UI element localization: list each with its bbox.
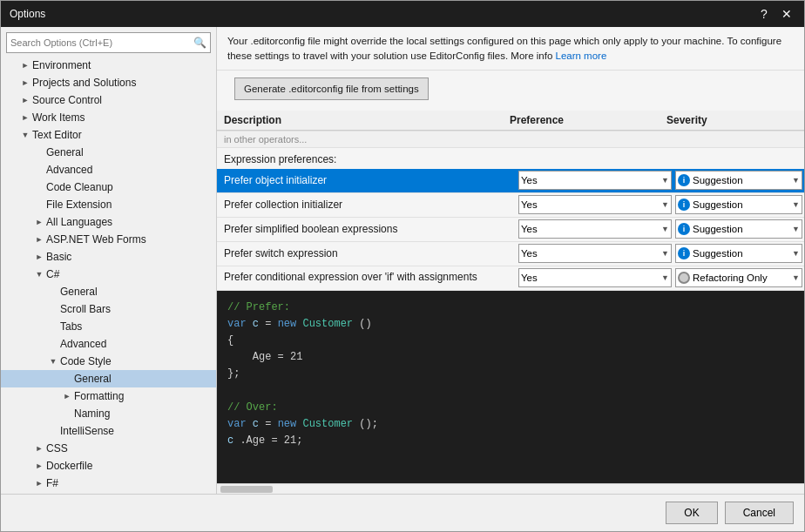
severity-dropdown[interactable]: i Suggestion ▼ [675,195,802,214]
sidebar-item-label: Basic [46,251,71,263]
severity-label: Suggestion [693,175,743,185]
table-row[interactable]: Prefer conditional expression over 'if' … [217,266,804,291]
table-row[interactable]: Prefer collection initializer Yes ▼ i [217,193,804,218]
row-description: Prefer conditional expression over 'if' … [217,267,517,288]
severity-dropdown[interactable]: i Suggestion ▼ [675,219,802,239]
ok-button[interactable]: OK [666,502,717,524]
severity-dropdown[interactable]: i Suggestion ▼ [675,171,802,190]
severity-dropdown[interactable]: i Suggestion ▼ [675,244,802,263]
truncated-row: in other operators... [217,131,804,148]
sidebar-item-label: File Extension [46,199,112,211]
generate-editorconfig-button[interactable]: Generate .editorconfig file from setting… [234,77,429,100]
help-button[interactable]: ? [755,8,773,20]
code-plain: () [359,318,371,330]
dropdown-value: Yes [521,248,538,259]
sidebar-item-all-languages[interactable]: ► All Languages [1,213,216,231]
row-severity[interactable]: i Suggestion ▼ [673,218,804,240]
code-plain: Age = 21 [227,351,302,363]
severity-label: Refactoring Only [693,273,768,283]
sidebar-item-te-advanced[interactable]: Advanced [1,161,216,178]
suggestion-icon: i [678,247,690,259]
sidebar-item-code-cleanup[interactable]: Code Cleanup [1,178,216,196]
sidebar-item-te-general[interactable]: General [1,144,216,161]
sidebar-item-dockerfile[interactable]: ► Dockerfile [1,457,216,475]
sidebar-item-cs-general[interactable]: General [1,283,216,300]
code-comment: // Over: [227,401,278,414]
row-severity[interactable]: i Suggestion ▼ [673,242,804,265]
sidebar-item-cs-scroll-bars[interactable]: Scroll Bars [1,300,216,318]
chevron-down-icon: ▼ [661,225,669,233]
code-keyword: var [227,318,247,330]
sidebar-item-cs-intellisense[interactable]: IntelliSense [1,422,216,440]
horizontal-scrollbar[interactable] [217,483,804,494]
sidebar-item-fsharp[interactable]: ► F# [1,475,216,492]
dropdown-value: Yes [521,199,538,210]
scrollbar-thumb[interactable] [220,486,273,493]
row-preference[interactable]: Yes ▼ [517,193,673,216]
severity-dropdown[interactable]: Refactoring Only ▼ [675,268,802,287]
table-header: Description Preference Severity [217,111,804,131]
expand-icon: ► [60,392,74,401]
sidebar-item-cs-advanced[interactable]: Advanced [1,335,216,353]
table-row[interactable]: Prefer switch expression Yes ▼ i [217,242,804,266]
chevron-down-icon: ▼ [792,176,800,185]
sidebar-item-cs-tabs[interactable]: Tabs [1,318,216,335]
right-panel: Your .editorconfig file might override t… [217,27,804,494]
severity-label: Suggestion [693,248,743,259]
sidebar-item-css[interactable]: ► CSS [1,440,216,457]
expand-icon: ► [32,479,46,488]
row-severity[interactable]: i Suggestion ▼ [673,193,804,216]
code-plain: .Age = 21; [240,434,302,447]
row-severity[interactable]: i Suggestion ▼ [673,169,804,192]
code-type: Customer [302,418,353,430]
sidebar-item-cs-formatting[interactable]: ► Formatting [1,387,216,405]
code-line: // Over: [227,400,794,416]
row-description: Prefer simplified boolean expressions [217,219,517,239]
preference-dropdown[interactable]: Yes ▼ [518,195,672,214]
sidebar-item-source-control[interactable]: ► Source Control [1,91,216,109]
code-line: { [227,333,794,349]
search-box[interactable]: 🔍 [6,32,211,53]
dialog-title: Options [10,8,45,20]
sidebar-item-cs-naming[interactable]: Naming [1,405,216,422]
table-row[interactable]: Prefer object initializer Yes ▼ i [217,169,804,193]
row-preference[interactable]: Yes ▼ [517,242,673,265]
sidebar-item-basic[interactable]: ► Basic [1,248,216,266]
preference-dropdown[interactable]: Yes ▼ [518,171,672,190]
code-line: var c = new Customer (); [227,416,794,433]
chevron-down-icon: ▼ [661,200,669,209]
code-plain: (); [359,418,378,430]
sidebar-item-label: Text Editor [32,129,82,141]
search-icon: 🔍 [190,37,210,49]
table-row[interactable]: Prefer simplified boolean expressions Ye… [217,218,804,242]
sidebar-item-label: Formatting [74,390,124,402]
expand-icon: ► [32,461,46,470]
row-description: Prefer switch expression [217,244,517,263]
sidebar-item-work-items[interactable]: ► Work Items [1,109,216,126]
preference-dropdown[interactable]: Yes ▼ [518,244,672,263]
sidebar-item-projects-solutions[interactable]: ► Projects and Solutions [1,74,216,91]
sidebar-item-cs-cs-general[interactable]: General [1,370,216,387]
row-severity[interactable]: Refactoring Only ▼ [673,266,804,289]
sidebar-item-environment[interactable]: ► Environment [1,57,216,74]
bottom-bar: OK Cancel [1,494,804,531]
learn-more-link[interactable]: Learn more [556,51,607,61]
preference-dropdown[interactable]: Yes ▼ [518,268,672,287]
preference-dropdown[interactable]: Yes ▼ [518,219,672,239]
sidebar-item-csharp[interactable]: ▼ C# [1,266,216,283]
sidebar-item-cs-code-style[interactable]: ▼ Code Style [1,353,216,370]
cancel-button[interactable]: Cancel [725,502,794,524]
row-preference[interactable]: Yes ▼ [517,266,673,289]
row-preference[interactable]: Yes ▼ [517,218,673,240]
sidebar-item-label: General [60,286,98,298]
refactoring-icon [678,272,690,284]
col-header-description: Description [224,114,510,126]
sidebar-item-file-extension[interactable]: File Extension [1,196,216,213]
sidebar-item-label: General [74,373,112,385]
search-input[interactable] [7,36,190,50]
sidebar-item-text-editor[interactable]: ▼ Text Editor [1,126,216,144]
sidebar-item-aspnet-web[interactable]: ► ASP.NET Web Forms [1,231,216,248]
close-button[interactable]: ✕ [778,8,795,20]
severity-label: Suggestion [693,199,743,210]
row-preference[interactable]: Yes ▼ [517,169,673,192]
